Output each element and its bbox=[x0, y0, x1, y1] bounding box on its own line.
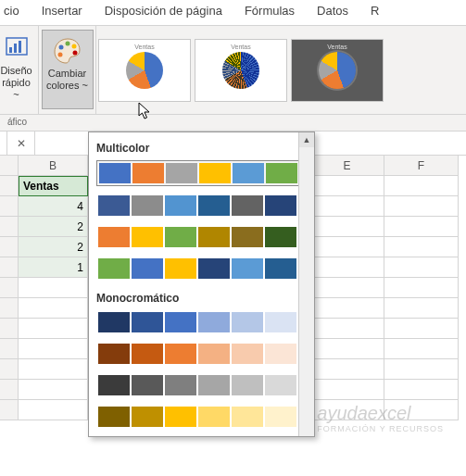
cell-value[interactable]: 1 bbox=[19, 257, 88, 278]
cell[interactable] bbox=[384, 196, 459, 217]
cell[interactable] bbox=[384, 298, 459, 319]
row-header[interactable] bbox=[0, 298, 19, 319]
tab-datos[interactable]: Datos bbox=[306, 0, 359, 25]
svg-point-6 bbox=[71, 44, 76, 49]
cell[interactable] bbox=[19, 339, 88, 359]
row-header[interactable] bbox=[0, 339, 19, 359]
row-header[interactable] bbox=[0, 217, 19, 237]
cell[interactable] bbox=[384, 359, 459, 380]
color-swatch bbox=[98, 195, 130, 216]
color-swatch bbox=[198, 195, 230, 216]
tab-formulas[interactable]: Fórmulas bbox=[233, 0, 306, 25]
color-swatch bbox=[232, 258, 263, 279]
cell-value[interactable]: 2 bbox=[19, 217, 88, 237]
cell[interactable] bbox=[310, 217, 384, 237]
tab-revisar-cut[interactable]: R bbox=[359, 0, 390, 25]
row-header[interactable] bbox=[0, 359, 19, 380]
row-header[interactable] bbox=[0, 196, 19, 217]
cell[interactable] bbox=[310, 400, 384, 420]
color-swatch bbox=[265, 258, 296, 279]
change-colors-label-1: Cambiar bbox=[48, 68, 87, 80]
color-scheme-row[interactable] bbox=[96, 160, 307, 186]
col-header-f[interactable]: F bbox=[384, 156, 459, 176]
color-scheme-row[interactable] bbox=[96, 342, 307, 366]
cell-value[interactable]: 4 bbox=[19, 196, 88, 217]
color-scheme-row[interactable] bbox=[96, 257, 307, 281]
cell[interactable] bbox=[19, 278, 88, 298]
cell[interactable] bbox=[384, 278, 459, 298]
cell[interactable] bbox=[384, 237, 459, 257]
cell[interactable] bbox=[310, 237, 384, 257]
tab-disposicion[interactable]: Disposición de página bbox=[94, 0, 233, 25]
color-swatch bbox=[198, 407, 230, 427]
row-header[interactable] bbox=[0, 176, 19, 196]
thumb-title: Ventas bbox=[134, 44, 154, 50]
cell[interactable] bbox=[384, 339, 459, 359]
cell[interactable] bbox=[310, 257, 384, 278]
row-header[interactable] bbox=[0, 278, 19, 298]
color-swatch bbox=[98, 312, 130, 332]
color-swatch bbox=[199, 163, 231, 183]
cell[interactable] bbox=[19, 319, 88, 339]
cell[interactable] bbox=[384, 380, 459, 400]
change-colors-button[interactable]: Cambiar colores ~ bbox=[42, 30, 94, 109]
cell[interactable] bbox=[310, 298, 384, 319]
cell[interactable] bbox=[19, 359, 88, 380]
chart-style-3[interactable]: Ventas bbox=[291, 39, 384, 102]
svg-point-8 bbox=[72, 51, 77, 56]
cell[interactable] bbox=[19, 380, 88, 400]
ribbon-group-label: áfico bbox=[0, 115, 466, 132]
color-scheme-row[interactable] bbox=[96, 225, 307, 249]
tab-inicio-cut[interactable]: cio bbox=[0, 0, 31, 25]
color-swatch bbox=[232, 227, 263, 247]
col-header-b[interactable]: B bbox=[19, 156, 88, 176]
quick-layout-label-1: Diseño bbox=[0, 65, 31, 77]
row-header[interactable] bbox=[0, 237, 19, 257]
cell[interactable] bbox=[384, 257, 459, 278]
cell[interactable] bbox=[384, 319, 459, 339]
cell[interactable] bbox=[384, 217, 459, 237]
ribbon-tabs: cio Insertar Disposición de página Fórmu… bbox=[0, 0, 466, 26]
cell[interactable] bbox=[384, 400, 459, 420]
x-icon: ✕ bbox=[17, 137, 26, 150]
color-swatch bbox=[98, 344, 130, 364]
chart-style-1[interactable]: Ventas bbox=[98, 39, 191, 102]
color-scheme-row[interactable] bbox=[96, 194, 307, 218]
name-box-edge[interactable] bbox=[0, 132, 7, 155]
cell[interactable] bbox=[19, 400, 88, 420]
color-swatch bbox=[265, 407, 296, 427]
row-header[interactable] bbox=[0, 319, 19, 339]
cancel-button[interactable]: ✕ bbox=[7, 132, 35, 155]
cell[interactable] bbox=[310, 319, 384, 339]
dropdown-scrollbar[interactable]: ▲ bbox=[298, 132, 314, 436]
row-header[interactable] bbox=[0, 380, 19, 400]
cell[interactable] bbox=[310, 176, 384, 196]
col-header-e[interactable]: E bbox=[310, 156, 384, 176]
color-scheme-row[interactable] bbox=[96, 373, 307, 397]
svg-point-4 bbox=[58, 45, 63, 50]
pie-icon bbox=[222, 52, 259, 89]
color-swatch bbox=[232, 195, 263, 216]
color-scheme-row[interactable] bbox=[96, 310, 307, 334]
cell[interactable] bbox=[310, 339, 384, 359]
cell-value[interactable]: 2 bbox=[19, 237, 88, 257]
cell[interactable] bbox=[19, 298, 88, 319]
color-swatch bbox=[198, 227, 230, 247]
cell[interactable] bbox=[310, 359, 384, 380]
cell-header-ventas[interactable]: Ventas bbox=[19, 176, 88, 196]
cell[interactable] bbox=[310, 380, 384, 400]
quick-layout-button[interactable]: Diseño rápido ~ bbox=[0, 30, 36, 103]
color-swatch bbox=[132, 375, 163, 395]
quick-layout-icon bbox=[5, 31, 29, 65]
chart-style-2[interactable]: Ventas bbox=[195, 39, 287, 102]
pie-icon bbox=[126, 52, 163, 89]
row-header[interactable] bbox=[0, 400, 19, 420]
tab-insertar[interactable]: Insertar bbox=[31, 0, 94, 25]
cell[interactable] bbox=[310, 278, 384, 298]
cell[interactable] bbox=[384, 176, 459, 196]
color-scheme-row[interactable] bbox=[96, 405, 307, 429]
select-all-corner[interactable] bbox=[0, 156, 19, 176]
row-header[interactable] bbox=[0, 257, 19, 278]
cell[interactable] bbox=[310, 196, 384, 217]
scroll-up-icon[interactable]: ▲ bbox=[299, 132, 314, 147]
